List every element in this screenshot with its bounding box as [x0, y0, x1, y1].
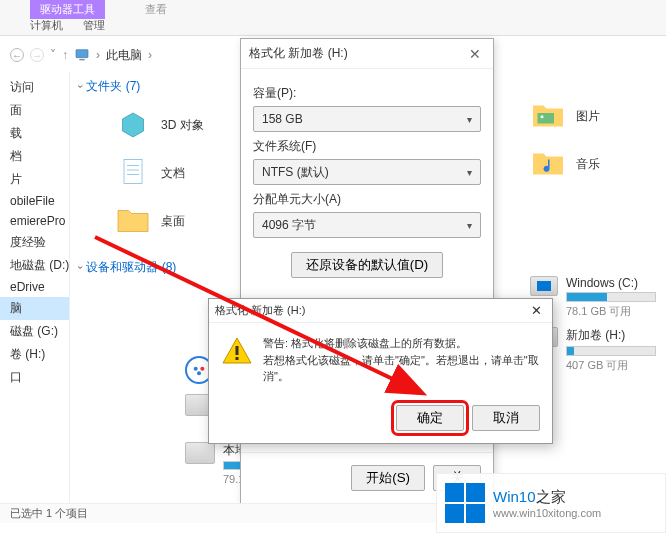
- format-dialog-title: 格式化 新加卷 (H:): [249, 45, 348, 62]
- sidebar: 访问面载档片obileFileemierePro度经验地磁盘 (D:)eDriv…: [0, 72, 70, 503]
- cancel-button[interactable]: 取消: [472, 405, 540, 431]
- folder-icon: [115, 203, 151, 239]
- drive-name: 新加卷 (H:): [566, 327, 656, 344]
- svg-rect-0: [76, 50, 88, 58]
- pc-icon: [74, 47, 90, 63]
- sidebar-item[interactable]: 面: [0, 99, 69, 122]
- chevron-right-icon[interactable]: ›: [148, 48, 152, 62]
- sidebar-item[interactable]: obileFile: [0, 191, 69, 211]
- sidebar-item[interactable]: 脑: [0, 297, 69, 320]
- watermark: Win10之家 www.win10xitong.com: [436, 473, 666, 533]
- svg-point-8: [194, 367, 198, 371]
- folder-label: 3D 对象: [161, 117, 204, 134]
- ribbon-sub-computer[interactable]: 计算机: [30, 18, 63, 33]
- folder-item[interactable]: 图片: [526, 92, 666, 140]
- folder-item[interactable]: 音乐: [526, 140, 666, 188]
- drive-name: Windows (C:): [566, 276, 656, 290]
- allocation-combo[interactable]: 4096 字节▾: [253, 212, 481, 238]
- ribbon-tab-view[interactable]: 查看: [135, 0, 177, 19]
- sidebar-item[interactable]: 度经验: [0, 231, 69, 254]
- drive-sub: 78.1 GB 可用: [566, 304, 656, 319]
- nav-back-button[interactable]: ←: [10, 48, 24, 62]
- ribbon-sub-manage[interactable]: 管理: [83, 18, 105, 33]
- confirm-line1: 警告: 格式化将删除该磁盘上的所有数据。: [263, 335, 540, 352]
- sidebar-item[interactable]: 磁盘 (G:): [0, 320, 69, 343]
- sidebar-item[interactable]: 访问: [0, 76, 69, 99]
- filesystem-combo[interactable]: NTFS (默认)▾: [253, 159, 481, 185]
- folder-label: 桌面: [161, 213, 185, 230]
- drive-icon: [185, 442, 215, 464]
- chevron-down-icon[interactable]: ˅: [50, 48, 56, 62]
- drive-sub: 407 GB 可用: [566, 358, 656, 373]
- folder-icon: [530, 146, 566, 182]
- close-icon[interactable]: ✕: [526, 303, 546, 318]
- ok-button[interactable]: 确定: [396, 405, 464, 431]
- windows-logo-icon: [445, 483, 485, 523]
- restore-defaults-button[interactable]: 还原设备的默认值(D): [291, 252, 444, 278]
- svg-rect-2: [124, 160, 142, 184]
- close-icon[interactable]: ✕: [465, 46, 485, 62]
- confirm-line2: 若想格式化该磁盘，请单击"确定"。若想退出，请单击"取消"。: [263, 352, 540, 385]
- sidebar-item[interactable]: eDrive: [0, 277, 69, 297]
- ribbon: 驱动器工具 查看 计算机 管理: [0, 0, 666, 36]
- sidebar-item[interactable]: 卷 (H:): [0, 343, 69, 366]
- folder-icon: [115, 155, 151, 191]
- svg-point-10: [197, 371, 201, 375]
- sidebar-item[interactable]: emierePro: [0, 211, 69, 231]
- sidebar-item[interactable]: 地磁盘 (D:): [0, 254, 69, 277]
- svg-point-9: [200, 367, 204, 371]
- folder-icon: [115, 107, 151, 143]
- svg-rect-6: [538, 113, 555, 124]
- sidebar-item[interactable]: 载: [0, 122, 69, 145]
- sidebar-item[interactable]: 片: [0, 168, 69, 191]
- warning-icon: [221, 335, 253, 367]
- ribbon-tab-drive-tools[interactable]: 驱动器工具: [30, 0, 105, 19]
- svg-point-7: [541, 115, 544, 118]
- capacity-label: 容量(P):: [253, 85, 481, 102]
- drive-icon: [530, 276, 558, 296]
- folder-label: 图片: [576, 108, 600, 125]
- folder-label: 音乐: [576, 156, 600, 173]
- folder-label: 文档: [161, 165, 185, 182]
- allocation-label: 分配单元大小(A): [253, 191, 481, 208]
- confirm-title: 格式化 新加卷 (H:): [215, 303, 305, 318]
- filesystem-label: 文件系统(F): [253, 138, 481, 155]
- start-button[interactable]: 开始(S): [351, 465, 425, 491]
- folder-icon: [530, 98, 566, 134]
- breadcrumb-this-pc[interactable]: 此电脑: [106, 47, 142, 64]
- nav-fwd-button[interactable]: →: [30, 48, 44, 62]
- confirm-dialog: 格式化 新加卷 (H:) ✕ 警告: 格式化将删除该磁盘上的所有数据。 若想格式…: [208, 298, 553, 444]
- capacity-combo[interactable]: 158 GB▾: [253, 106, 481, 132]
- sidebar-item[interactable]: 口: [0, 366, 69, 389]
- svg-rect-1: [79, 59, 84, 60]
- svg-rect-12: [236, 357, 239, 360]
- svg-rect-11: [236, 346, 239, 355]
- chevron-right-icon: ›: [96, 48, 100, 62]
- sidebar-item[interactable]: 档: [0, 145, 69, 168]
